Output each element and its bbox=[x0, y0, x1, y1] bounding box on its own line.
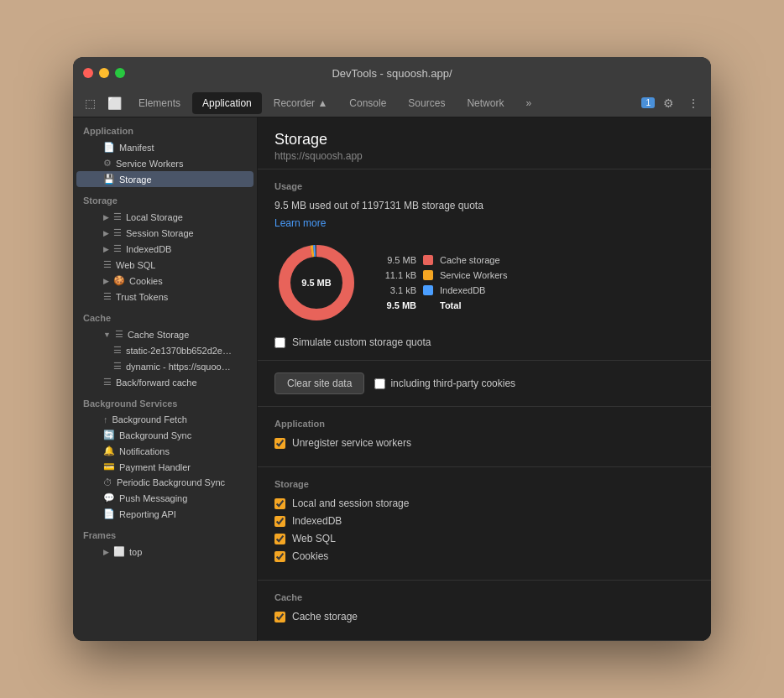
sidebar-item-bgfetch-label: Background Fetch bbox=[112, 414, 187, 425]
legend-total-value: 9.5 MB bbox=[379, 300, 416, 310]
check-row-websql: Web SQL bbox=[274, 533, 694, 544]
tab-network[interactable]: Network bbox=[457, 92, 514, 114]
tab-elements[interactable]: Elements bbox=[128, 92, 191, 114]
sidebar-item-cachestorage[interactable]: ▼ ☰ Cache Storage bbox=[76, 326, 253, 342]
sidebar-item-notifications-label: Notifications bbox=[119, 446, 170, 456]
sidebar-item-reportingapi-label: Reporting API bbox=[119, 509, 176, 519]
sidebar-item-localstorage-label: Local Storage bbox=[126, 212, 183, 222]
check-cookies[interactable] bbox=[274, 551, 285, 562]
check-websql-label: Web SQL bbox=[292, 533, 336, 544]
tab-console[interactable]: Console bbox=[339, 92, 396, 114]
donut-chart: 9.5 MB bbox=[274, 241, 358, 325]
localstorage-icon: ☰ bbox=[113, 211, 122, 222]
sidebar-item-storage[interactable]: 💾 Storage bbox=[76, 171, 253, 187]
check-serviceworkers[interactable] bbox=[274, 438, 285, 449]
sidebar-item-manifest[interactable]: 📄 Manifest bbox=[76, 139, 253, 155]
settings-icon[interactable]: ⚙ bbox=[658, 94, 679, 112]
third-party-label[interactable]: including third-party cookies bbox=[374, 378, 515, 389]
sidebar-item-cookies[interactable]: ▶ 🍪 Cookies bbox=[76, 273, 253, 289]
sidebar-item-cache-static[interactable]: ☰ static-2e1370bb652d2e7e… bbox=[76, 342, 253, 358]
manifest-icon: 📄 bbox=[103, 142, 115, 153]
titlebar: DevTools - squoosh.app/ bbox=[73, 57, 711, 89]
third-party-label-text: including third-party cookies bbox=[390, 378, 515, 389]
trusttokens-icon: ☰ bbox=[103, 291, 112, 302]
inspect-toggle[interactable]: ⬚ bbox=[80, 93, 101, 113]
tab-more[interactable]: » bbox=[515, 92, 541, 114]
clear-site-data-button[interactable]: Clear site data bbox=[274, 372, 364, 394]
indexeddb-arrow: ▶ bbox=[103, 245, 109, 253]
check-cachestorage-label: Cache storage bbox=[292, 611, 358, 622]
sidebar-item-indexeddb[interactable]: ▶ ☰ IndexedDB bbox=[76, 241, 253, 257]
learn-more-link[interactable]: Learn more bbox=[274, 217, 326, 229]
serviceworkers-icon: ⚙ bbox=[103, 158, 112, 169]
sidebar-item-bgfetch[interactable]: ↑ Background Fetch bbox=[76, 412, 253, 427]
tab-recorder[interactable]: Recorder ▲ bbox=[264, 92, 338, 114]
tab-sources[interactable]: Sources bbox=[398, 92, 455, 114]
storage-icon: 💾 bbox=[103, 174, 115, 185]
sidebar-item-indexeddb-label: IndexedDB bbox=[126, 244, 171, 254]
legend-cache-value: 9.5 MB bbox=[379, 255, 416, 265]
third-party-checkbox[interactable] bbox=[374, 378, 385, 389]
periodicbgsync-icon: ⏱ bbox=[103, 477, 112, 487]
sidebar-item-serviceworkers[interactable]: ⚙ Service Workers bbox=[76, 155, 253, 171]
check-cookies-label: Cookies bbox=[292, 550, 328, 562]
sidebar-item-trusttokens[interactable]: ☰ Trust Tokens bbox=[76, 289, 253, 305]
localstorage-arrow: ▶ bbox=[103, 213, 109, 221]
sidebar-item-bfcache[interactable]: ☰ Back/forward cache bbox=[76, 374, 253, 390]
check-websql[interactable] bbox=[274, 534, 285, 544]
sidebar-item-serviceworkers-label: Service Workers bbox=[116, 159, 183, 169]
bg-section-label: Background Services bbox=[73, 390, 257, 412]
top-icon: ⬜ bbox=[113, 546, 125, 557]
application-section-label: Application bbox=[73, 117, 257, 139]
maximize-button[interactable] bbox=[115, 68, 125, 78]
check-cachestorage[interactable] bbox=[274, 612, 285, 622]
sidebar-item-cachestorage-label: Cache Storage bbox=[128, 330, 189, 340]
cookies-arrow: ▶ bbox=[103, 277, 109, 285]
legend-idb-name: IndexedDB bbox=[440, 285, 485, 295]
sidebar-item-notifications[interactable]: 🔔 Notifications bbox=[76, 443, 253, 459]
sidebar-item-periodicbgsync-label: Periodic Background Sync bbox=[117, 477, 225, 487]
more-icon[interactable]: ⋮ bbox=[682, 94, 704, 112]
page-url: https://squoosh.app bbox=[274, 150, 694, 162]
sidebar-item-websql-label: Web SQL bbox=[116, 260, 156, 270]
check-serviceworkers-label: Unregister service workers bbox=[292, 437, 411, 449]
simulate-checkbox[interactable] bbox=[274, 337, 285, 348]
sidebar-item-bgsync[interactable]: 🔄 Background Sync bbox=[76, 427, 253, 443]
sidebar-item-cache-dynamic[interactable]: ☰ dynamic - https://squoosh… bbox=[76, 358, 253, 374]
notification-badge: 1 bbox=[641, 97, 655, 108]
sidebar-item-periodicbgsync[interactable]: ⏱ Periodic Background Sync bbox=[76, 475, 253, 490]
sidebar-item-pushmessaging[interactable]: 💬 Push Messaging bbox=[76, 490, 253, 506]
notifications-icon: 🔔 bbox=[103, 445, 115, 456]
sidebar-item-top[interactable]: ▶ ⬜ top bbox=[76, 544, 253, 560]
payment-icon: 💳 bbox=[103, 461, 115, 472]
cachestorage-arrow: ▼ bbox=[103, 331, 111, 339]
sidebar-item-localstorage[interactable]: ▶ ☰ Local Storage bbox=[76, 209, 253, 225]
simulate-label[interactable]: Simulate custom storage quota bbox=[292, 336, 431, 348]
frames-section-label: Frames bbox=[73, 522, 257, 544]
minimize-button[interactable] bbox=[99, 68, 109, 78]
pushmessaging-icon: 💬 bbox=[103, 492, 115, 503]
check-localsession[interactable] bbox=[274, 498, 285, 509]
cache-subsection: Cache Cache storage bbox=[258, 581, 711, 641]
sidebar-item-sessionstorage[interactable]: ▶ ☰ Session Storage bbox=[76, 225, 253, 241]
sidebar: Application 📄 Manifest ⚙ Service Workers… bbox=[73, 117, 258, 641]
legend-item-sw: 11.1 kB Service Workers bbox=[379, 270, 507, 280]
sidebar-item-websql[interactable]: ☰ Web SQL bbox=[76, 257, 253, 273]
legend-total-spacer bbox=[423, 300, 433, 310]
tab-application[interactable]: Application bbox=[192, 92, 262, 114]
sidebar-item-reportingapi[interactable]: 📄 Reporting API bbox=[76, 506, 253, 522]
bfcache-icon: ☰ bbox=[103, 377, 112, 388]
legend-sw-value: 11.1 kB bbox=[379, 270, 416, 280]
usage-section-title: Usage bbox=[274, 181, 694, 191]
sidebar-item-payment[interactable]: 💳 Payment Handler bbox=[76, 459, 253, 475]
donut-label: 9.5 MB bbox=[301, 278, 331, 288]
top-arrow: ▶ bbox=[103, 548, 109, 556]
check-row-cachestorage: Cache storage bbox=[274, 611, 694, 622]
sessionstorage-arrow: ▶ bbox=[103, 229, 109, 237]
content-panel: Storage https://squoosh.app Usage 9.5 MB… bbox=[258, 117, 711, 641]
cache-dynamic-icon: ☰ bbox=[113, 361, 122, 372]
close-button[interactable] bbox=[83, 68, 93, 78]
check-row-localsession: Local and session storage bbox=[274, 497, 694, 509]
device-toggle[interactable]: ⬜ bbox=[102, 93, 127, 113]
check-idb[interactable] bbox=[274, 516, 285, 527]
